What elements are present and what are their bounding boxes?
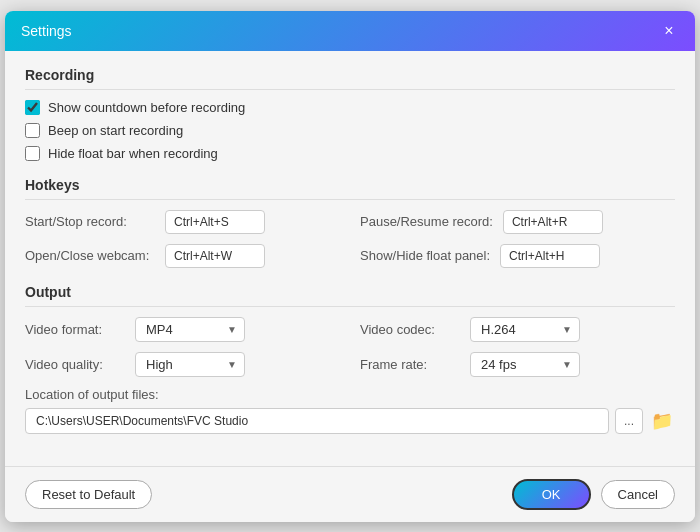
folder-button[interactable]: 📁 [649,408,675,434]
location-row: ... 📁 [25,408,675,434]
browse-button[interactable]: ... [615,408,643,434]
hotkeys-grid: Start/Stop record: Pause/Resume record: … [25,210,675,268]
video-format-row: Video format: MP4 AVI MOV MKV ▼ [25,317,340,342]
video-format-wrapper: MP4 AVI MOV MKV ▼ [135,317,245,342]
video-quality-row: Video quality: High Medium Low ▼ [25,352,340,377]
video-codec-row: Video codec: H.264 H.265 MPEG-4 ▼ [360,317,675,342]
hotkey-row-floatpanel: Show/Hide float panel: [360,244,675,268]
video-format-select[interactable]: MP4 AVI MOV MKV [135,317,245,342]
checkbox-row-1: Show countdown before recording [25,100,675,115]
location-input[interactable] [25,408,609,434]
floatpanel-input[interactable] [500,244,600,268]
ok-button[interactable]: OK [512,479,591,510]
close-button[interactable]: × [659,21,679,41]
hotkey-row-pauseresume: Pause/Resume record: [360,210,675,234]
hotkeys-title: Hotkeys [25,177,675,200]
video-quality-select[interactable]: High Medium Low [135,352,245,377]
reset-button[interactable]: Reset to Default [25,480,152,509]
cancel-button[interactable]: Cancel [601,480,675,509]
frame-rate-label: Frame rate: [360,357,460,372]
frame-rate-select[interactable]: 24 fps 30 fps 60 fps [470,352,580,377]
pauseresume-input[interactable] [503,210,603,234]
location-label: Location of output files: [25,387,675,402]
title-bar: Settings × [5,11,695,51]
recording-title: Recording [25,67,675,90]
video-quality-label: Video quality: [25,357,125,372]
hotkeys-section: Hotkeys Start/Stop record: Pause/Resume … [25,177,675,268]
output-title: Output [25,284,675,307]
video-codec-label: Video codec: [360,322,460,337]
startstop-input[interactable] [165,210,265,234]
startstop-label: Start/Stop record: [25,214,155,229]
footer-right: OK Cancel [512,479,675,510]
video-codec-select[interactable]: H.264 H.265 MPEG-4 [470,317,580,342]
hotkey-row-startstop: Start/Stop record: [25,210,340,234]
footer: Reset to Default OK Cancel [5,466,695,522]
beep-on-start-checkbox[interactable] [25,123,40,138]
video-quality-wrapper: High Medium Low ▼ [135,352,245,377]
beep-on-start-label: Beep on start recording [48,123,183,138]
show-countdown-checkbox[interactable] [25,100,40,115]
checkbox-row-2: Beep on start recording [25,123,675,138]
video-codec-wrapper: H.264 H.265 MPEG-4 ▼ [470,317,580,342]
floatpanel-label: Show/Hide float panel: [360,248,490,263]
dialog-title: Settings [21,23,72,39]
settings-dialog: Settings × Recording Show countdown befo… [5,11,695,522]
pauseresume-label: Pause/Resume record: [360,214,493,229]
folder-icon: 📁 [651,411,673,431]
checkbox-row-3: Hide float bar when recording [25,146,675,161]
hide-float-bar-checkbox[interactable] [25,146,40,161]
hotkey-row-webcam: Open/Close webcam: [25,244,340,268]
webcam-label: Open/Close webcam: [25,248,155,263]
output-grid: Video format: MP4 AVI MOV MKV ▼ Video co… [25,317,675,377]
webcam-input[interactable] [165,244,265,268]
frame-rate-row: Frame rate: 24 fps 30 fps 60 fps ▼ [360,352,675,377]
show-countdown-label: Show countdown before recording [48,100,245,115]
dialog-content: Recording Show countdown before recordin… [5,51,695,466]
hide-float-bar-label: Hide float bar when recording [48,146,218,161]
output-section: Output Video format: MP4 AVI MOV MKV ▼ [25,284,675,434]
frame-rate-wrapper: 24 fps 30 fps 60 fps ▼ [470,352,580,377]
video-format-label: Video format: [25,322,125,337]
recording-section: Recording Show countdown before recordin… [25,67,675,161]
